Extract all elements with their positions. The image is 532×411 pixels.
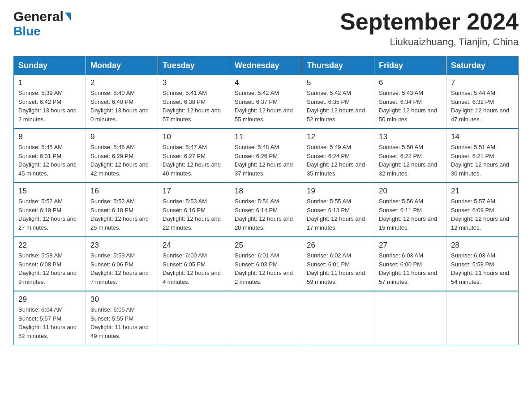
day-number: 4 [235,78,297,87]
day-info: Sunrise: 6:04 AMSunset: 5:57 PMDaylight:… [18,305,81,340]
title-block: September 2024 Liukuaizhuang, Tianjin, C… [340,9,519,48]
day-info: Sunrise: 6:00 AMSunset: 6:05 PMDaylight:… [163,251,225,286]
calendar-cell: 8Sunrise: 5:45 AMSunset: 6:31 PMDaylight… [14,128,86,183]
calendar-cell: 20Sunrise: 5:56 AMSunset: 6:11 PMDayligh… [374,183,446,237]
logo-general-text: General [13,9,64,24]
day-info: Sunrise: 5:43 AMSunset: 6:34 PMDaylight:… [379,89,442,124]
logo: General Blue [13,9,71,39]
calendar-cell: 25Sunrise: 6:01 AMSunset: 6:03 PMDayligh… [230,237,302,291]
calendar-cell: 18Sunrise: 5:54 AMSunset: 6:14 PMDayligh… [230,183,302,237]
day-number: 11 [235,133,297,141]
calendar-week-row: 22Sunrise: 5:58 AMSunset: 6:08 PMDayligh… [14,237,519,291]
day-number: 14 [451,133,514,141]
calendar-cell: 22Sunrise: 5:58 AMSunset: 6:08 PMDayligh… [14,237,86,291]
day-info: Sunrise: 5:58 AMSunset: 6:08 PMDaylight:… [18,251,81,286]
day-number: 23 [90,241,153,250]
day-info: Sunrise: 5:44 AMSunset: 6:32 PMDaylight:… [451,89,514,124]
day-number: 13 [379,133,442,141]
day-number: 12 [307,133,369,141]
calendar-cell: 27Sunrise: 6:03 AMSunset: 6:00 PMDayligh… [374,237,446,291]
day-number: 24 [163,241,225,250]
calendar-cell: 15Sunrise: 5:52 AMSunset: 6:19 PMDayligh… [14,183,86,237]
day-number: 5 [307,78,369,87]
calendar-cell: 19Sunrise: 5:55 AMSunset: 6:13 PMDayligh… [302,183,374,237]
logo-blue-text: Blue [13,24,41,39]
calendar-cell: 2Sunrise: 5:40 AMSunset: 6:40 PMDaylight… [86,75,158,128]
day-number: 3 [163,78,225,87]
day-info: Sunrise: 5:57 AMSunset: 6:09 PMDaylight:… [451,197,514,232]
day-info: Sunrise: 5:45 AMSunset: 6:31 PMDaylight:… [18,143,81,178]
calendar-week-row: 1Sunrise: 5:39 AMSunset: 6:42 PMDaylight… [14,75,519,128]
day-number: 30 [90,295,153,304]
calendar-cell [158,291,230,345]
day-info: Sunrise: 6:01 AMSunset: 6:03 PMDaylight:… [235,251,297,286]
calendar-cell: 5Sunrise: 5:42 AMSunset: 6:35 PMDaylight… [302,75,374,128]
day-header-tuesday: Tuesday [158,56,230,75]
calendar-cell: 11Sunrise: 5:48 AMSunset: 6:26 PMDayligh… [230,128,302,183]
day-info: Sunrise: 5:42 AMSunset: 6:37 PMDaylight:… [235,89,297,124]
calendar-cell: 10Sunrise: 5:47 AMSunset: 6:27 PMDayligh… [158,128,230,183]
day-info: Sunrise: 5:52 AMSunset: 6:18 PMDaylight:… [90,197,153,232]
calendar-table: SundayMondayTuesdayWednesdayThursdayFrid… [13,56,519,345]
day-number: 21 [451,187,514,196]
day-info: Sunrise: 5:42 AMSunset: 6:35 PMDaylight:… [307,89,369,124]
day-number: 29 [18,295,81,304]
calendar-cell: 16Sunrise: 5:52 AMSunset: 6:18 PMDayligh… [86,183,158,237]
day-info: Sunrise: 5:40 AMSunset: 6:40 PMDaylight:… [90,89,153,124]
day-header-friday: Friday [374,56,446,75]
day-info: Sunrise: 5:46 AMSunset: 6:29 PMDaylight:… [90,143,153,178]
calendar-cell [374,291,446,345]
day-info: Sunrise: 5:56 AMSunset: 6:11 PMDaylight:… [379,197,442,232]
day-number: 22 [18,241,81,250]
calendar-cell [302,291,374,345]
calendar-cell: 30Sunrise: 6:05 AMSunset: 5:55 PMDayligh… [86,291,158,345]
day-info: Sunrise: 5:52 AMSunset: 6:19 PMDaylight:… [18,197,81,232]
day-info: Sunrise: 6:03 AMSunset: 5:58 PMDaylight:… [451,251,514,286]
day-number: 7 [451,78,514,87]
day-info: Sunrise: 5:48 AMSunset: 6:26 PMDaylight:… [235,143,297,178]
day-info: Sunrise: 5:39 AMSunset: 6:42 PMDaylight:… [18,89,81,124]
day-number: 27 [379,241,442,250]
day-header-monday: Monday [86,56,158,75]
day-number: 16 [90,187,153,196]
calendar-cell: 29Sunrise: 6:04 AMSunset: 5:57 PMDayligh… [14,291,86,345]
calendar-week-row: 29Sunrise: 6:04 AMSunset: 5:57 PMDayligh… [14,291,519,345]
day-number: 1 [18,78,81,87]
calendar-week-row: 8Sunrise: 5:45 AMSunset: 6:31 PMDaylight… [14,128,519,183]
calendar-header-row: SundayMondayTuesdayWednesdayThursdayFrid… [14,56,519,75]
calendar-cell: 4Sunrise: 5:42 AMSunset: 6:37 PMDaylight… [230,75,302,128]
day-info: Sunrise: 5:47 AMSunset: 6:27 PMDaylight:… [163,143,225,178]
calendar-cell: 7Sunrise: 5:44 AMSunset: 6:32 PMDaylight… [446,75,519,128]
day-info: Sunrise: 5:49 AMSunset: 6:24 PMDaylight:… [307,143,369,178]
day-number: 20 [379,187,442,196]
day-info: Sunrise: 5:51 AMSunset: 6:21 PMDaylight:… [451,143,514,178]
day-info: Sunrise: 5:41 AMSunset: 6:38 PMDaylight:… [163,89,225,124]
calendar-cell: 14Sunrise: 5:51 AMSunset: 6:21 PMDayligh… [446,128,519,183]
calendar-cell [446,291,519,345]
day-number: 18 [235,187,297,196]
calendar-cell: 17Sunrise: 5:53 AMSunset: 6:16 PMDayligh… [158,183,230,237]
day-number: 26 [307,241,369,250]
day-number: 15 [18,187,81,196]
day-header-sunday: Sunday [14,56,86,75]
day-number: 8 [18,133,81,141]
calendar-cell: 1Sunrise: 5:39 AMSunset: 6:42 PMDaylight… [14,75,86,128]
day-number: 17 [163,187,225,196]
logo-arrow-icon [65,13,71,21]
calendar-cell: 3Sunrise: 5:41 AMSunset: 6:38 PMDaylight… [158,75,230,128]
day-number: 6 [379,78,442,87]
day-number: 10 [163,133,225,141]
day-info: Sunrise: 5:54 AMSunset: 6:14 PMDaylight:… [235,197,297,232]
day-info: Sunrise: 6:02 AMSunset: 6:01 PMDaylight:… [307,251,369,286]
day-info: Sunrise: 5:53 AMSunset: 6:16 PMDaylight:… [163,197,225,232]
day-number: 19 [307,187,369,196]
day-info: Sunrise: 6:05 AMSunset: 5:55 PMDaylight:… [90,305,153,340]
day-info: Sunrise: 5:55 AMSunset: 6:13 PMDaylight:… [307,197,369,232]
calendar-cell [230,291,302,345]
calendar-cell: 13Sunrise: 5:50 AMSunset: 6:22 PMDayligh… [374,128,446,183]
calendar-cell: 26Sunrise: 6:02 AMSunset: 6:01 PMDayligh… [302,237,374,291]
day-number: 9 [90,133,153,141]
calendar-cell: 21Sunrise: 5:57 AMSunset: 6:09 PMDayligh… [446,183,519,237]
day-header-wednesday: Wednesday [230,56,302,75]
month-title: September 2024 [340,9,519,34]
